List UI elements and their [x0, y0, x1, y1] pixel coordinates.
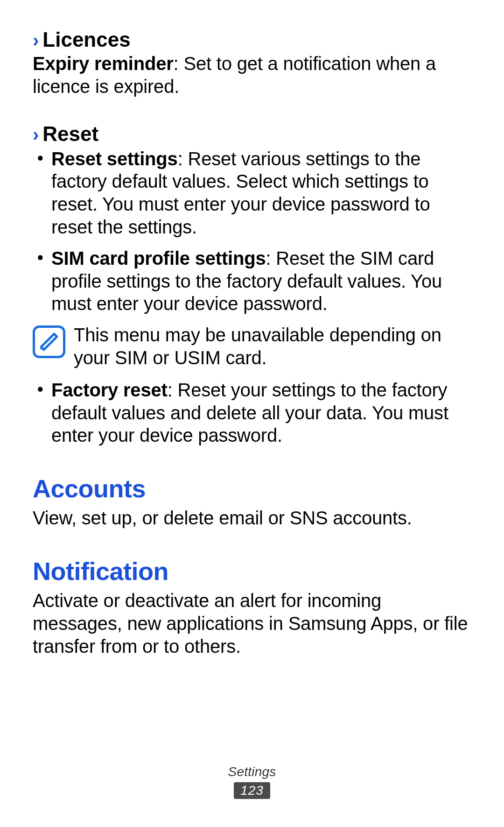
- page-number-badge: 123: [234, 782, 270, 799]
- chevron-right-icon: ›: [33, 125, 39, 144]
- licences-expiry-text: Expiry reminder: Set to get a notificati…: [33, 52, 471, 98]
- chevron-right-icon: ›: [33, 31, 39, 49]
- reset-label: Reset: [42, 122, 98, 146]
- reset-list: Reset settings: Reset various settings t…: [33, 148, 471, 316]
- note-text: This menu may be unavailable depending o…: [74, 324, 471, 369]
- reset-list-2: Factory reset: Reset your settings to th…: [33, 379, 471, 447]
- notification-heading: Notification: [33, 557, 471, 586]
- item-term: SIM card profile settings: [51, 248, 266, 269]
- notification-body: Activate or deactivate an alert for inco…: [33, 589, 471, 657]
- accounts-heading: Accounts: [33, 474, 471, 503]
- page-footer: Settings 123: [0, 764, 504, 799]
- expiry-term: Expiry reminder: [33, 53, 174, 74]
- list-item: Factory reset: Reset your settings to th…: [51, 379, 471, 447]
- note-row: This menu may be unavailable depending o…: [33, 324, 471, 369]
- licences-label: Licences: [42, 28, 130, 51]
- accounts-body: View, set up, or delete email or SNS acc…: [33, 507, 471, 530]
- list-item: SIM card profile settings: Reset the SIM…: [51, 247, 471, 315]
- reset-heading: › Reset: [33, 122, 471, 146]
- item-term: Reset settings: [51, 148, 178, 169]
- list-item: Reset settings: Reset various settings t…: [51, 148, 471, 239]
- licences-heading: › Licences: [33, 28, 471, 51]
- footer-section-label: Settings: [0, 764, 504, 779]
- item-term: Factory reset: [51, 380, 168, 400]
- note-icon: [33, 325, 65, 358]
